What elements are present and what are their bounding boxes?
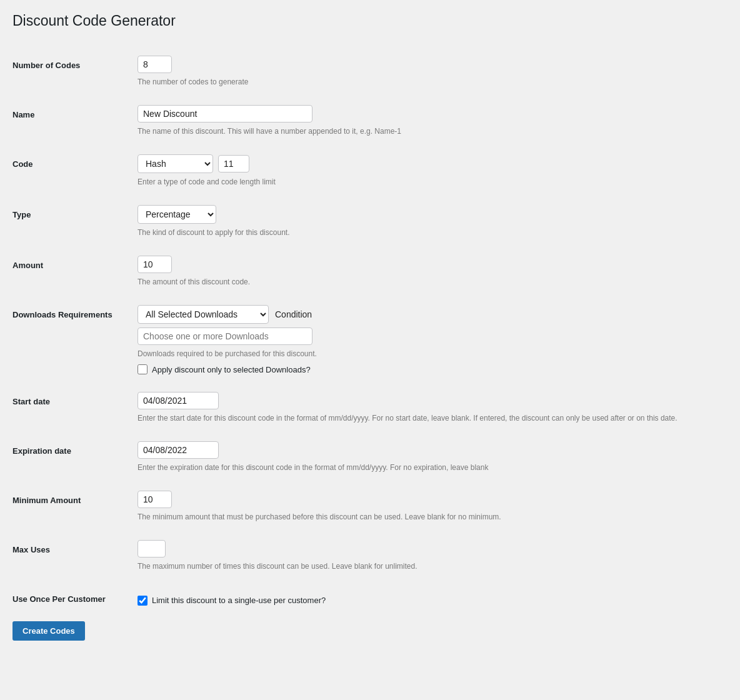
start-date-input[interactable] <box>138 392 219 409</box>
expiration-date-input[interactable] <box>138 441 219 459</box>
expiration-date-label: Expiration date <box>12 432 138 482</box>
code-length-input[interactable] <box>218 155 249 172</box>
number-of-codes-label: Number of Codes <box>12 47 138 96</box>
amount-label: Amount <box>12 247 138 296</box>
downloads-requirements-select[interactable]: All Selected Downloads Any Selected Down… <box>138 305 269 324</box>
downloads-requirements-label: Downloads Requirements <box>12 296 138 383</box>
start-date-help: Enter the start date for this discount c… <box>138 412 728 424</box>
name-help: The name of this discount. This will hav… <box>138 126 728 137</box>
minimum-amount-label: Minimum Amount <box>12 482 138 531</box>
page-title: Discount Code Generator <box>12 12 728 29</box>
max-uses-input[interactable] <box>138 540 166 558</box>
type-label: Type <box>12 196 138 247</box>
use-once-per-customer-label: Use Once Per Customer <box>12 581 138 615</box>
minimum-amount-help: The minimum amount that must be purchase… <box>138 511 728 522</box>
create-codes-button[interactable]: Create Codes <box>12 621 85 641</box>
type-select[interactable]: Percentage Flat <box>138 205 216 224</box>
apply-selected-checkbox[interactable] <box>138 364 148 374</box>
downloads-help: Downloads required to be purchased for t… <box>138 348 728 359</box>
number-of-codes-input[interactable] <box>138 56 172 73</box>
name-label: Name <box>12 96 138 146</box>
amount-help: The amount of this discount code. <box>138 276 728 288</box>
number-of-codes-help: The number of codes to generate <box>138 76 728 88</box>
downloads-search-input[interactable] <box>138 328 312 345</box>
type-help: The kind of discount to apply for this d… <box>138 227 728 238</box>
code-help: Enter a type of code and code length lim… <box>138 176 728 188</box>
use-once-per-customer-checkbox[interactable] <box>138 596 148 606</box>
apply-selected-label: Apply discount only to selected Download… <box>152 365 311 374</box>
code-label: Code <box>12 146 138 196</box>
minimum-amount-input[interactable] <box>138 491 172 508</box>
condition-label: Condition <box>275 309 312 319</box>
max-uses-label: Max Uses <box>12 531 138 581</box>
amount-input[interactable] <box>138 256 172 273</box>
code-type-select[interactable]: Hash Random Sequential <box>138 154 213 173</box>
max-uses-help: The maximum number of times this discoun… <box>138 561 728 572</box>
expiration-date-help: Enter the expiration date for this disco… <box>138 462 728 473</box>
use-once-per-customer-checkbox-label: Limit this discount to a single-use per … <box>152 596 326 605</box>
name-input[interactable] <box>138 105 312 122</box>
start-date-label: Start date <box>12 383 138 432</box>
